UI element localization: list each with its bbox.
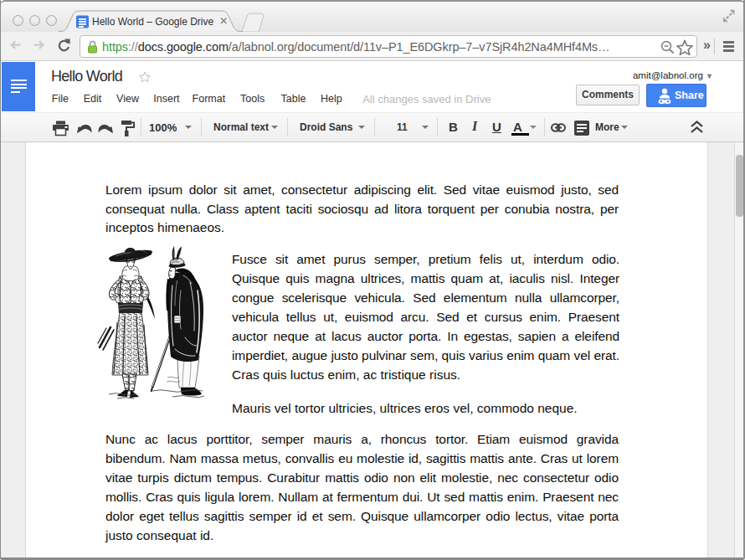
svg-text:Hello World – Google Drive: Hello World – Google Drive	[92, 16, 213, 28]
